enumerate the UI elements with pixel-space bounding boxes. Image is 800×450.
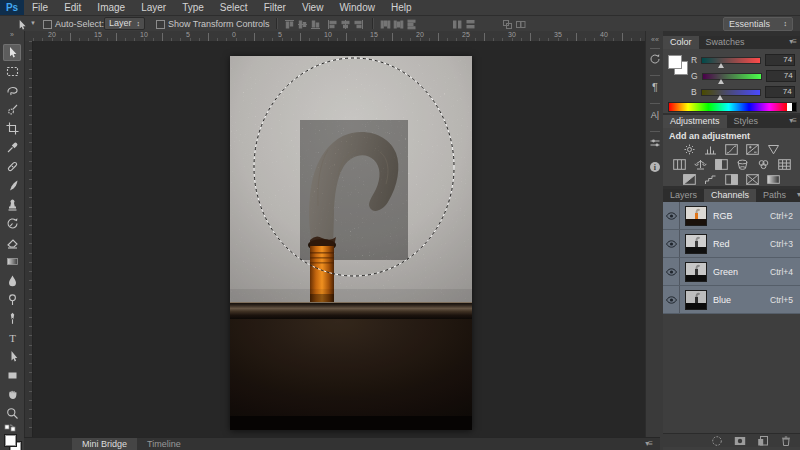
curves-icon[interactable] (725, 143, 739, 155)
visibility-toggle[interactable] (663, 202, 680, 229)
color-balance-icon[interactable] (693, 158, 707, 170)
tool-quick-selection[interactable] (3, 101, 21, 118)
visibility-toggle[interactable] (663, 286, 680, 313)
document-canvas[interactable] (230, 56, 472, 430)
channel-thumbnail[interactable] (685, 262, 707, 282)
align-horizontal-centers-icon[interactable] (340, 19, 351, 30)
menu-filter[interactable]: Filter (256, 0, 294, 15)
distribute-vertical-centers-icon[interactable] (393, 19, 404, 30)
swap-colors-icon[interactable] (4, 424, 18, 432)
history-panel-icon[interactable] (648, 51, 662, 66)
color-lookup-icon[interactable] (777, 158, 791, 170)
tool-move[interactable] (3, 44, 21, 61)
tool-type[interactable]: T (3, 329, 21, 346)
menu-help[interactable]: Help (383, 0, 420, 15)
tool-path-selection[interactable] (3, 348, 21, 365)
panel-menu-icon[interactable]: ▾≡ (793, 189, 800, 202)
tool-crop[interactable] (3, 120, 21, 137)
distribute-bottom-edges-icon[interactable] (406, 19, 417, 30)
tool-preset-caret-icon[interactable]: ▼ (30, 20, 36, 26)
collapse-tools-icon[interactable]: » (0, 31, 24, 38)
black-white-icon[interactable] (714, 158, 728, 170)
align-right-edges-icon[interactable] (353, 19, 364, 30)
auto-select-checkbox[interactable] (43, 20, 52, 29)
panel-menu-icon[interactable]: ▾≡ (785, 36, 800, 49)
auto-blend-layers-icon[interactable] (515, 19, 526, 30)
tab-styles[interactable]: Styles (727, 115, 766, 128)
auto-select-dropdown[interactable]: Layer ↕ (104, 17, 145, 30)
brightness-contrast-icon[interactable] (683, 143, 697, 155)
tool-eyedropper[interactable] (3, 139, 21, 156)
workspace-switcher[interactable]: Essentials ↕ (723, 17, 793, 31)
red-value[interactable]: 74 (765, 54, 795, 66)
tab-layers[interactable]: Layers (663, 189, 704, 202)
auto-align-layers-icon[interactable] (502, 19, 513, 30)
red-slider-thumb[interactable] (718, 63, 724, 68)
hue-saturation-icon[interactable] (672, 158, 686, 170)
load-channel-as-selection-icon[interactable] (711, 435, 723, 447)
panel-menu-icon[interactable]: ▾≡ (785, 115, 800, 128)
gradient-map-icon[interactable] (767, 173, 781, 185)
invert-icon[interactable] (683, 173, 697, 185)
green-slider[interactable] (702, 73, 762, 80)
green-value[interactable]: 74 (766, 70, 796, 82)
channel-row-blue[interactable]: Blue Ctrl+5 (663, 286, 800, 314)
tool-spot-healing-brush[interactable] (3, 158, 21, 175)
tool-blur[interactable] (3, 272, 21, 289)
tool-lasso[interactable] (3, 82, 21, 99)
tool-clone-stamp[interactable] (3, 196, 21, 213)
tool-pen[interactable] (3, 310, 21, 327)
save-selection-as-channel-icon[interactable] (734, 435, 746, 447)
tool-zoom[interactable] (3, 405, 21, 422)
align-top-edges-icon[interactable] (284, 19, 295, 30)
distribute-left-edges-icon[interactable] (452, 19, 463, 30)
align-left-edges-icon[interactable] (327, 19, 338, 30)
menu-layer[interactable]: Layer (133, 0, 174, 15)
tool-dodge[interactable] (3, 291, 21, 308)
expand-panels-icon[interactable]: «« (648, 32, 662, 47)
paragraph-panel-icon[interactable]: ¶ (648, 79, 662, 94)
info-panel-icon[interactable]: i (648, 159, 662, 174)
tool-hand[interactable] (3, 386, 21, 403)
menu-view[interactable]: View (294, 0, 332, 15)
foreground-color-swatch[interactable] (4, 434, 17, 447)
foreground-color-swatch[interactable] (668, 55, 682, 69)
align-bottom-edges-icon[interactable] (310, 19, 321, 30)
tool-history-brush[interactable] (3, 215, 21, 232)
channel-thumbnail[interactable] (685, 206, 707, 226)
distribute-horizontal-centers-icon[interactable] (465, 19, 476, 30)
photo-filter-icon[interactable] (735, 158, 749, 170)
tab-mini-bridge[interactable]: Mini Bridge (72, 438, 137, 450)
tool-gradient[interactable] (3, 253, 21, 270)
tab-color[interactable]: Color (663, 36, 699, 49)
tool-brush[interactable] (3, 177, 21, 194)
blue-slider[interactable] (701, 89, 761, 96)
menu-edit[interactable]: Edit (56, 0, 89, 15)
exposure-icon[interactable] (746, 143, 760, 155)
delete-channel-icon[interactable] (780, 435, 792, 447)
distribute-top-edges-icon[interactable] (380, 19, 391, 30)
menu-select[interactable]: Select (212, 0, 256, 15)
selective-color-icon[interactable] (746, 173, 760, 185)
panel-menu-icon[interactable]: ▾≡ (641, 438, 656, 450)
align-vertical-centers-icon[interactable] (297, 19, 308, 30)
channel-thumbnail[interactable] (685, 234, 707, 254)
levels-icon[interactable] (704, 143, 718, 155)
foreground-background-mini[interactable] (668, 55, 692, 79)
tool-rectangular-marquee[interactable] (3, 63, 21, 80)
channel-thumbnail[interactable] (685, 290, 707, 310)
visibility-toggle[interactable] (663, 230, 680, 257)
foreground-background-colors[interactable] (4, 434, 22, 450)
tab-timeline[interactable]: Timeline (137, 438, 191, 450)
visibility-toggle[interactable] (663, 258, 680, 285)
blue-slider-thumb[interactable] (717, 95, 723, 100)
create-new-channel-icon[interactable] (757, 435, 769, 447)
tool-rectangle[interactable] (3, 367, 21, 384)
tab-paths[interactable]: Paths (756, 189, 793, 202)
show-transform-checkbox[interactable] (156, 20, 165, 29)
menu-window[interactable]: Window (331, 0, 383, 15)
character-panel-icon[interactable]: A| (648, 107, 662, 122)
blue-value[interactable]: 74 (765, 86, 795, 98)
green-slider-thumb[interactable] (718, 79, 724, 84)
menu-type[interactable]: Type (174, 0, 212, 15)
